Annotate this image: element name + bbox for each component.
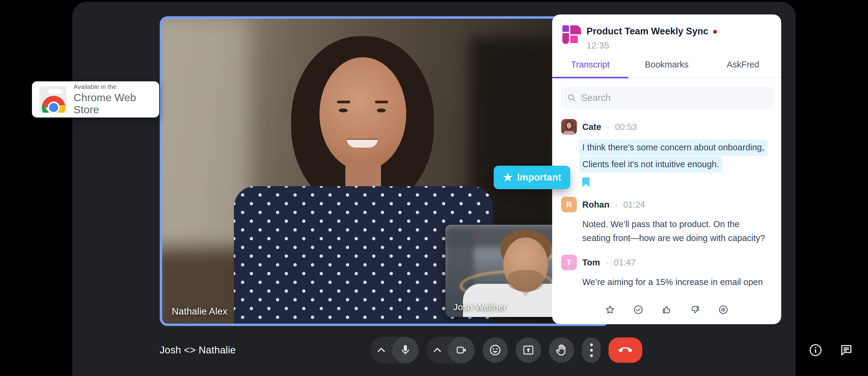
separator-dot: ·: [606, 258, 609, 268]
raise-hand-button[interactable]: [549, 338, 574, 363]
bookmark-icon[interactable]: [582, 178, 590, 187]
transcript-row[interactable]: T Tom · 01:47 We’re aiming for a 15% inc…: [561, 255, 773, 289]
thumbs-down-icon[interactable]: [689, 304, 701, 315]
speaker-avatar: [561, 119, 577, 135]
fireflies-logo: [562, 25, 581, 44]
transcript-actions: [552, 301, 781, 324]
search-placeholder: Search: [581, 93, 611, 103]
more-dots-icon: [590, 343, 593, 346]
transcript-row[interactable]: R Rohan · 01:24 Noted. We’ll pass that t…: [561, 197, 773, 245]
star-icon: [503, 173, 513, 182]
pip-name-label: Josh Wellner: [453, 302, 506, 312]
audio-bars-circle-icon[interactable]: [718, 304, 729, 315]
transcript-panel: Product Team Weekly Sync 12:35 Transcrip…: [552, 14, 781, 324]
speaker-name: Cate: [582, 122, 601, 132]
more-options-button[interactable]: [582, 338, 601, 363]
call-title: Josh <> Nathalie: [160, 344, 236, 356]
transcript-list: Cate · 00:53 I think there’s some concer…: [552, 109, 781, 301]
camera-control-group: [427, 337, 475, 363]
timestamp[interactable]: 01:47: [614, 258, 636, 268]
camera-icon: [455, 344, 468, 356]
panel-tabs: Transcript Bookmarks AskFred: [552, 60, 781, 78]
mic-control-group: [370, 337, 418, 363]
speaker-name: Rohan: [582, 200, 610, 210]
chrome-web-store-bag-icon: [39, 86, 66, 113]
chrome-web-store-badge[interactable]: Available in the Chrome Web Store: [32, 81, 159, 118]
important-label: Important: [517, 172, 561, 183]
present-screen-icon: [522, 344, 535, 356]
meeting-details-button[interactable]: [808, 343, 823, 357]
meet-control-bar: Josh <> Nathalie: [145, 324, 868, 376]
reactions-button[interactable]: [483, 338, 508, 363]
badge-line2: Chrome Web Store: [73, 92, 159, 116]
camera-button[interactable]: [448, 337, 475, 363]
chat-button[interactable]: [839, 343, 854, 357]
timestamp[interactable]: 00:53: [615, 122, 637, 132]
thumbs-up-icon[interactable]: [661, 304, 672, 315]
chat-icon: [839, 343, 854, 357]
important-tag-button[interactable]: Important: [494, 166, 570, 189]
main-name-label: Nathalie Alex: [172, 306, 227, 317]
check-circle-icon[interactable]: [633, 304, 644, 315]
meeting-timer: 12:35: [587, 40, 717, 51]
meeting-title: Product Team Weekly Sync: [587, 26, 708, 37]
speaker-name: Tom: [582, 258, 600, 268]
mic-options-button[interactable]: [370, 347, 392, 353]
chevron-up-icon: [433, 348, 441, 355]
separator-dot: ·: [615, 200, 618, 210]
search-icon: [567, 93, 576, 102]
camera-options-button[interactable]: [427, 347, 448, 353]
speaker-avatar: T: [561, 255, 577, 270]
recording-dot: [713, 30, 717, 34]
badge-line1: Available in the: [73, 83, 159, 90]
search-input[interactable]: Search: [561, 87, 773, 109]
tab-bookmarks[interactable]: Bookmarks: [628, 60, 705, 77]
transcript-row[interactable]: Cate · 00:53 I think there’s some concer…: [561, 119, 773, 187]
chevron-up-icon: [377, 348, 385, 355]
speaker-avatar: R: [561, 197, 577, 212]
timestamp[interactable]: 01:24: [623, 200, 645, 210]
separator-dot: ·: [607, 122, 610, 132]
transcript-text[interactable]: We’re aiming for a 15% increase in email…: [582, 275, 773, 289]
transcript-text[interactable]: Noted. We’ll pass that to product. On th…: [582, 217, 773, 245]
present-screen-button[interactable]: [516, 338, 541, 363]
emoji-icon: [489, 343, 502, 357]
tab-transcript[interactable]: Transcript: [552, 60, 628, 77]
end-call-icon: [618, 343, 632, 357]
end-call-button[interactable]: [609, 338, 642, 363]
star-icon[interactable]: [604, 304, 615, 315]
mic-button[interactable]: [392, 337, 418, 363]
tab-askfred[interactable]: AskFred: [705, 60, 781, 77]
transcript-text[interactable]: I think there’s some concern about onboa…: [582, 139, 773, 173]
raise-hand-icon: [555, 343, 568, 357]
info-icon: [808, 343, 823, 357]
mic-icon: [399, 344, 411, 356]
